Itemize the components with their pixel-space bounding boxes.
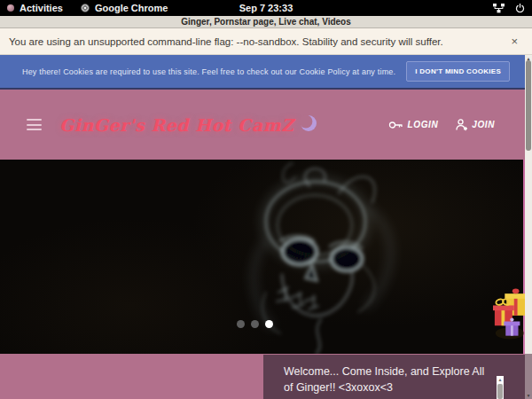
sandbox-warning-infobar: You are using an unsupported command-lin… bbox=[0, 28, 532, 55]
moon-icon bbox=[299, 113, 318, 137]
welcome-message: Welcome... Come Inside, and Explore All … bbox=[284, 364, 491, 395]
focused-app-menu[interactable]: Google Chrome bbox=[95, 3, 168, 13]
join-label: JOIN bbox=[472, 120, 495, 129]
logo-text: GinGer's Red Hot CamZ bbox=[59, 115, 293, 135]
cookie-banner: Hey there! Cookies are required to use t… bbox=[0, 55, 532, 90]
welcome-panel: Welcome... Come Inside, and Explore All … bbox=[263, 355, 532, 399]
activities-indicator-icon bbox=[7, 4, 14, 12]
infobar-message: You are using an unsupported command-lin… bbox=[0, 36, 443, 47]
key-icon bbox=[388, 120, 403, 130]
carousel-dot[interactable] bbox=[237, 320, 245, 328]
gnome-top-bar: Activities Google Chrome Sep 7 23:33 bbox=[0, 0, 532, 16]
welcome-scrollbar[interactable]: ▲ bbox=[497, 376, 504, 399]
window-title: Ginger, Pornstar page, Live chat, Videos bbox=[181, 17, 351, 27]
carousel-dot[interactable] bbox=[265, 320, 273, 328]
page-scrollbar-thumb[interactable] bbox=[526, 60, 531, 151]
page-scrollbar[interactable]: ▲ ▼ bbox=[525, 55, 532, 399]
carousel-dot[interactable] bbox=[251, 320, 259, 328]
site-logo[interactable]: GinGer's Red Hot CamZ bbox=[59, 113, 318, 137]
power-icon[interactable] bbox=[515, 4, 525, 13]
window-titlebar[interactable]: Ginger, Pornstar page, Live chat, Videos bbox=[0, 16, 532, 28]
hamburger-menu-icon[interactable] bbox=[27, 119, 42, 130]
chrome-app-icon bbox=[81, 4, 90, 12]
login-button[interactable]: LOGIN bbox=[388, 120, 439, 130]
scroll-up-icon[interactable]: ▲ bbox=[497, 376, 504, 384]
join-button[interactable]: JOIN bbox=[456, 119, 495, 131]
activities-button[interactable]: Activities bbox=[20, 3, 63, 13]
screen: Activities Google Chrome Sep 7 23:33 bbox=[0, 0, 532, 399]
close-icon[interactable]: × bbox=[511, 35, 518, 48]
login-label: LOGIN bbox=[408, 120, 439, 129]
scroll-down-icon[interactable]: ▼ bbox=[525, 392, 532, 399]
gifts-icon[interactable] bbox=[493, 284, 527, 342]
cookie-message: Hey there! Cookies are required to use t… bbox=[22, 67, 395, 76]
carousel-dots bbox=[237, 320, 273, 328]
accept-cookies-button[interactable]: I DON'T MIND COOKIES bbox=[406, 61, 510, 82]
network-icon[interactable] bbox=[493, 4, 505, 13]
person-plus-icon bbox=[456, 119, 467, 131]
welcome-scrollbar-thumb[interactable] bbox=[497, 384, 503, 399]
site-header: GinGer's Red Hot CamZ LOG bbox=[0, 90, 532, 160]
